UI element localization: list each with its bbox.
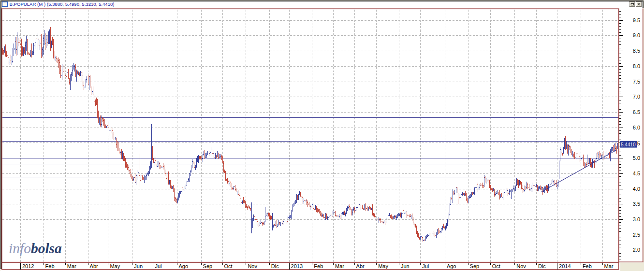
svg-text:Feb: Feb bbox=[314, 263, 323, 269]
svg-text:8.0: 8.0 bbox=[633, 63, 640, 69]
svg-text:Mar: Mar bbox=[67, 263, 76, 269]
svg-text:infobolsa: infobolsa bbox=[9, 241, 62, 256]
svg-text:Abr: Abr bbox=[90, 263, 98, 269]
svg-text:2012: 2012 bbox=[22, 263, 34, 269]
svg-text:5: 5 bbox=[637, 141, 640, 146]
svg-text:6.5: 6.5 bbox=[633, 109, 640, 115]
svg-text:Jun: Jun bbox=[401, 263, 410, 269]
svg-text:Dic: Dic bbox=[538, 263, 546, 269]
svg-text:5.0: 5.0 bbox=[633, 155, 640, 161]
svg-text:Ago: Ago bbox=[447, 263, 456, 269]
svg-text:5.4410: 5.4410 bbox=[621, 142, 636, 147]
svg-text:6.0: 6.0 bbox=[633, 125, 640, 130]
svg-text:Feb: Feb bbox=[583, 263, 592, 269]
svg-text:Nov: Nov bbox=[248, 263, 257, 269]
svg-text:Oct: Oct bbox=[492, 263, 500, 269]
svg-text:Jun: Jun bbox=[134, 263, 143, 269]
svg-text:Nov: Nov bbox=[516, 263, 526, 269]
svg-text:Jul: Jul bbox=[155, 263, 161, 269]
svg-text:2.0: 2.0 bbox=[633, 247, 640, 253]
svg-text:Dic: Dic bbox=[271, 263, 279, 269]
svg-text:2014: 2014 bbox=[559, 263, 571, 269]
svg-text:9.5: 9.5 bbox=[633, 17, 640, 23]
svg-text:4.5: 4.5 bbox=[633, 171, 640, 176]
svg-text:May: May bbox=[110, 263, 120, 269]
svg-text:2.5: 2.5 bbox=[633, 232, 640, 238]
svg-text:2013: 2013 bbox=[291, 263, 303, 269]
svg-text:Sep: Sep bbox=[470, 263, 480, 269]
svg-text:9.0: 9.0 bbox=[633, 32, 640, 38]
svg-text:Ago: Ago bbox=[179, 263, 189, 269]
svg-text:3.5: 3.5 bbox=[633, 201, 640, 207]
svg-text:Oct: Oct bbox=[224, 263, 233, 269]
svg-text:7.0: 7.0 bbox=[633, 94, 640, 100]
svg-text:May: May bbox=[378, 263, 388, 269]
svg-text:8.5: 8.5 bbox=[633, 48, 640, 54]
svg-text:Feb: Feb bbox=[45, 263, 55, 269]
svg-text:7.5: 7.5 bbox=[633, 79, 640, 85]
svg-text:Mar: Mar bbox=[335, 263, 344, 269]
svg-text:Abr: Abr bbox=[356, 263, 365, 269]
svg-text:Jul: Jul bbox=[422, 263, 429, 269]
svg-text:Mar: Mar bbox=[604, 263, 614, 269]
svg-text:B.POPULAR (M ) (5.3880, 5.4990: B.POPULAR (M ) (5.3880, 5.4990, 5.3230, … bbox=[10, 1, 115, 7]
svg-text:3.0: 3.0 bbox=[633, 216, 640, 222]
svg-text:Sep: Sep bbox=[203, 263, 213, 269]
svg-text:4.0: 4.0 bbox=[633, 186, 640, 192]
